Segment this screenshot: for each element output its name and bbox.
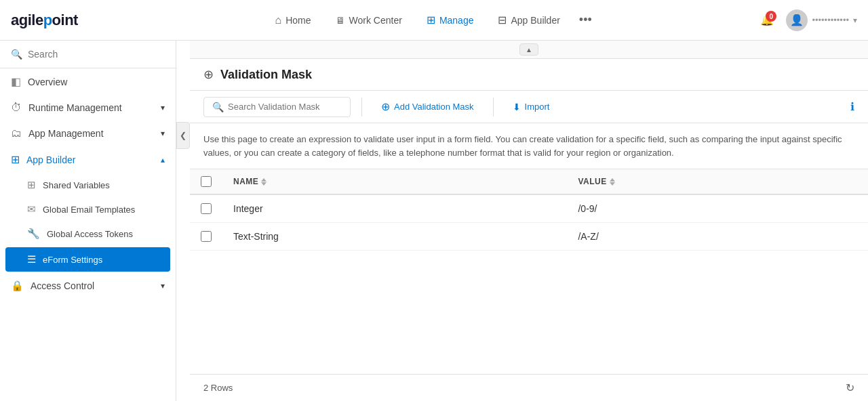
chevron-down-icon: ▾ bbox=[161, 129, 165, 138]
access-icon: 🔒 bbox=[11, 280, 24, 292]
sidebar-item-global-access-tokens[interactable]: 🔧 Global Access Tokens bbox=[0, 221, 176, 246]
sidebar-item-appman-label: App Management bbox=[28, 128, 104, 139]
sidebar-item-shared-variables[interactable]: ⊞ Shared Variables bbox=[0, 173, 176, 197]
toolbar-divider-1 bbox=[361, 98, 362, 117]
description-text: Use this page to create an expression to… bbox=[203, 134, 842, 158]
info-icon: ℹ bbox=[850, 101, 854, 112]
toolbar-divider-2 bbox=[493, 98, 494, 117]
email-icon: ✉ bbox=[27, 203, 36, 215]
table-row: Integer /0-9/ bbox=[190, 194, 868, 223]
logo-text: agilepoint bbox=[11, 12, 78, 29]
appbuilder-icon bbox=[498, 14, 507, 26]
sidebar-item-app-management[interactable]: 🗂 App Management ▾ bbox=[0, 121, 176, 146]
toolbar-search-container[interactable]: 🔍 bbox=[203, 97, 351, 117]
add-validation-mask-button[interactable]: ⊕ Add Validation Mask bbox=[373, 96, 482, 117]
table-wrap: NAME VALUE bbox=[190, 169, 868, 374]
row-checkbox[interactable] bbox=[201, 231, 212, 242]
table-footer: 2 Rows ↻ bbox=[190, 374, 868, 401]
nav-manage-label: Manage bbox=[439, 15, 474, 26]
sidebar-item-overview[interactable]: ◧ Overview bbox=[0, 68, 176, 95]
logo[interactable]: agilepoint bbox=[11, 12, 78, 29]
sidebar-item-access-control[interactable]: 🔒 Access Control ▾ bbox=[0, 273, 176, 299]
row-name: Integer bbox=[222, 194, 567, 223]
search-validation-mask-input[interactable] bbox=[228, 102, 342, 112]
notification-badge: 0 bbox=[766, 11, 776, 22]
chevron-down-icon: ▾ bbox=[161, 103, 165, 112]
row-checkbox[interactable] bbox=[201, 203, 212, 214]
nav-right: 0 •••••••••••• ▾ bbox=[756, 9, 857, 31]
monitor-icon bbox=[336, 14, 345, 26]
select-all-checkbox[interactable] bbox=[201, 176, 212, 187]
nav-more[interactable]: ••• bbox=[575, 9, 596, 31]
sidebar-item-runtime-label: Runtime Management bbox=[28, 102, 122, 113]
chevron-left-icon: ❮ bbox=[180, 131, 186, 140]
chevron-up-icon: ▴ bbox=[161, 155, 165, 165]
name-column-header[interactable]: NAME bbox=[222, 169, 567, 194]
nav-workcenter-label: Work Center bbox=[349, 15, 402, 26]
sidebar-item-token-label: Global Access Tokens bbox=[47, 229, 133, 239]
page-description: Use this page to create an expression to… bbox=[190, 123, 868, 169]
row-value: /0-9/ bbox=[567, 194, 868, 223]
import-label: Import bbox=[525, 102, 550, 112]
sidebar-item-eform-settings[interactable]: ☰ eForm Settings bbox=[5, 247, 170, 272]
collapse-top-button[interactable]: ▲ bbox=[519, 43, 538, 56]
sort-down-icon bbox=[610, 182, 615, 186]
row-count: 2 Rows bbox=[203, 383, 233, 393]
page-header: ⊕ Validation Mask bbox=[190, 59, 868, 91]
nav-manage[interactable]: Manage bbox=[417, 8, 484, 32]
value-sort-icon[interactable] bbox=[610, 178, 615, 186]
sidebar-collapse-handle: ❮ bbox=[176, 41, 190, 401]
sidebar-item-runtime-management[interactable]: ⏱ Runtime Management ▾ bbox=[0, 95, 176, 121]
info-button[interactable]: ℹ bbox=[850, 100, 854, 113]
collapse-sidebar-button[interactable]: ❮ bbox=[176, 122, 190, 149]
page-title: Validation Mask bbox=[220, 68, 312, 82]
sidebar-item-global-email-templates[interactable]: ✉ Global Email Templates bbox=[0, 197, 176, 221]
user-icon bbox=[790, 14, 804, 26]
nav-appbuilder-label: App Builder bbox=[511, 15, 559, 26]
row-checkbox-cell bbox=[190, 194, 222, 223]
refresh-button[interactable]: ↻ bbox=[846, 381, 854, 394]
sidebar-item-access-label: Access Control bbox=[31, 280, 94, 291]
plus-circle-icon: ⊕ bbox=[381, 100, 390, 113]
top-nav: agilepoint Home Work Center Manage App B… bbox=[0, 0, 868, 41]
main-layout: ◧ Overview ⏱ Runtime Management ▾ 🗂 App … bbox=[0, 41, 868, 401]
sort-up-icon bbox=[261, 178, 267, 182]
add-label: Add Validation Mask bbox=[394, 102, 474, 112]
sidebar-item-eform-label: eForm Settings bbox=[43, 255, 102, 265]
nav-appbuilder[interactable]: App Builder bbox=[488, 8, 569, 32]
home-icon bbox=[275, 14, 282, 26]
nav-home-label: Home bbox=[285, 15, 311, 26]
search-icon bbox=[11, 49, 22, 60]
name-sort-icon[interactable] bbox=[261, 178, 267, 186]
row-checkbox-cell bbox=[190, 223, 222, 251]
manage-icon bbox=[427, 14, 435, 26]
select-all-column bbox=[190, 169, 222, 194]
sort-up-icon bbox=[610, 178, 615, 182]
sidebar-item-appbuilder-label: App Builder bbox=[26, 154, 75, 165]
avatar bbox=[786, 9, 808, 31]
appman-icon: 🗂 bbox=[11, 127, 22, 140]
search-input[interactable] bbox=[28, 49, 165, 60]
row-name: Text-String bbox=[222, 223, 567, 251]
notification-button[interactable]: 0 bbox=[756, 9, 778, 30]
sidebar: ◧ Overview ⏱ Runtime Management ▾ 🗂 App … bbox=[0, 41, 176, 401]
appbuild-icon: ⊞ bbox=[11, 153, 20, 166]
sidebar-item-email-label: Global Email Templates bbox=[43, 205, 135, 215]
main-content: ▲ ⊕ Validation Mask 🔍 ⊕ Add Validation M… bbox=[190, 41, 868, 401]
user-name: •••••••••••• bbox=[812, 15, 849, 25]
import-button[interactable]: ⬇ Import bbox=[505, 98, 558, 117]
nav-home[interactable]: Home bbox=[266, 9, 321, 32]
more-label: ••• bbox=[579, 13, 592, 27]
toolbar: 🔍 ⊕ Add Validation Mask ⬇ Import ℹ bbox=[190, 91, 868, 123]
user-area[interactable]: •••••••••••• ▾ bbox=[786, 9, 857, 31]
nav-workcenter[interactable]: Work Center bbox=[326, 9, 412, 32]
validation-mask-icon: ⊕ bbox=[203, 67, 214, 82]
validation-mask-table: NAME VALUE bbox=[190, 169, 868, 251]
value-column-header[interactable]: VALUE bbox=[567, 169, 868, 194]
overview-icon: ◧ bbox=[11, 75, 21, 88]
sharedvar-icon: ⊞ bbox=[27, 179, 36, 191]
value-column-label: VALUE bbox=[578, 177, 606, 186]
sidebar-item-app-builder[interactable]: ⊞ App Builder ▴ bbox=[0, 146, 176, 173]
sidebar-item-sharedvar-label: Shared Variables bbox=[43, 180, 110, 190]
sidebar-search-container bbox=[0, 41, 176, 68]
